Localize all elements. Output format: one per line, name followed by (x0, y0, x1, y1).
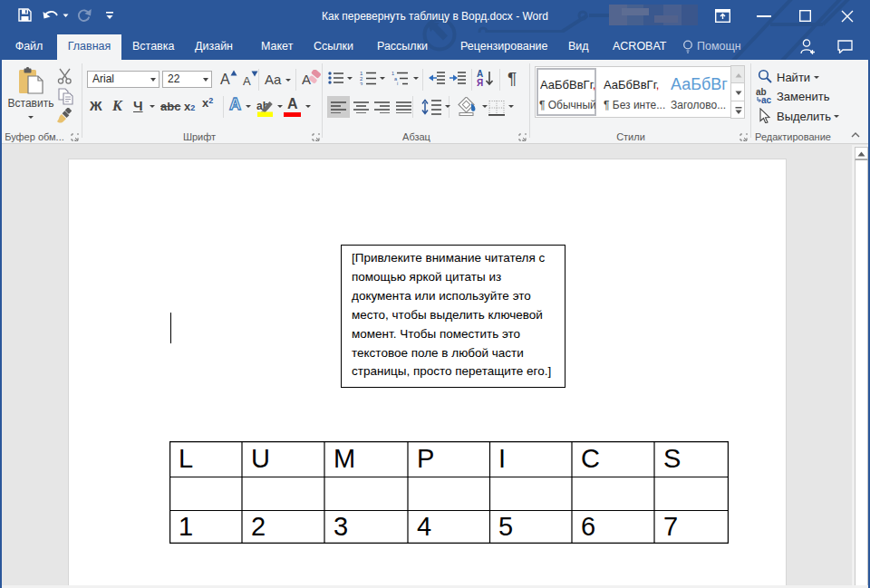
svg-text:1: 1 (179, 512, 193, 541)
svg-text:6: 6 (581, 512, 595, 541)
svg-text:ac: ac (761, 95, 772, 104)
svg-text:4: 4 (417, 512, 431, 541)
svg-text:7: 7 (663, 512, 678, 541)
svg-text:C: C (581, 444, 600, 473)
svg-text:U: U (251, 444, 270, 473)
svg-text:M: M (334, 444, 355, 473)
svg-text:S: S (663, 444, 681, 473)
svg-text:3: 3 (360, 82, 363, 86)
svg-text:3: 3 (334, 512, 348, 541)
svg-text:Я: Я (477, 78, 483, 87)
svg-text:L: L (179, 444, 193, 473)
svg-text:P: P (417, 444, 434, 473)
svg-text:I: I (498, 444, 506, 473)
svg-text:5: 5 (498, 512, 513, 541)
svg-text:2: 2 (251, 512, 266, 541)
svg-text:i: i (397, 81, 398, 85)
